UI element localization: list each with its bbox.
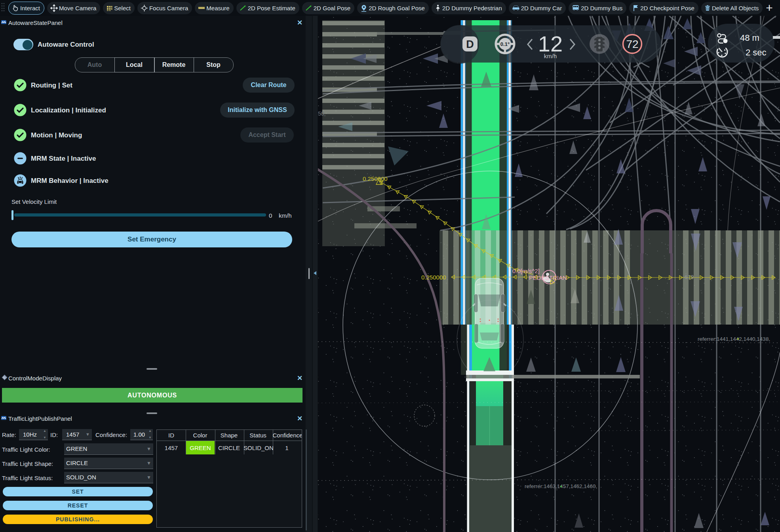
svg-text:72: 72 — [626, 38, 638, 50]
svg-text:km/h: km/h — [544, 53, 557, 59]
svg-text:619: 619 — [685, 274, 694, 280]
svg-text:0.1°: 0.1° — [500, 41, 510, 47]
svg-text:0.250000: 0.250000 — [421, 274, 446, 281]
svg-text:48 m: 48 m — [740, 33, 759, 43]
svg-text:D: D — [466, 38, 474, 50]
svg-text:referrer:1441,1442,1440,1438,: referrer:1441,1442,1440,1438, — [698, 336, 770, 342]
svg-text:PEDESTRIAN: PEDESTRIAN — [529, 274, 567, 281]
svg-text:0.250000: 0.250000 — [363, 175, 388, 182]
svg-text:0.0[m/s^2]: 0.0[m/s^2] — [512, 268, 540, 274]
svg-text:2 sec: 2 sec — [746, 48, 767, 57]
svg-text:50,: 50, — [318, 110, 325, 117]
